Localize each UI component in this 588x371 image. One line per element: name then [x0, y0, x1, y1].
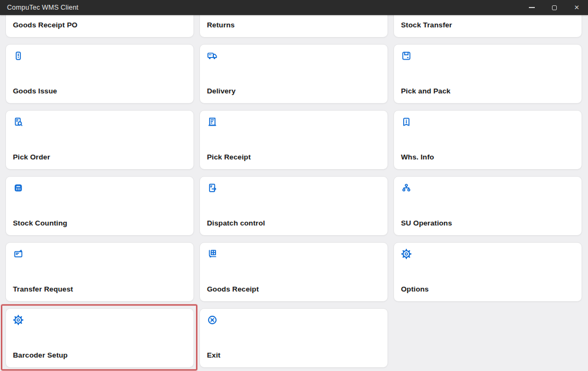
close-icon: ✕: [574, 4, 579, 11]
transfer-request-icon: [13, 249, 24, 259]
tile-label: Goods Receipt: [207, 285, 259, 293]
barcoder-setup-gear-icon: [13, 315, 24, 325]
tile-stock-counting[interactable]: Stock Counting: [5, 176, 194, 236]
tile-label: Goods Issue: [13, 87, 57, 95]
tile-su-operations[interactable]: SU Operations: [393, 176, 582, 236]
close-button[interactable]: ✕: [565, 0, 588, 15]
options-gear-icon: [401, 249, 412, 259]
tile-menu: Goods Receipt PO Returns Stock Transfer …: [0, 15, 588, 371]
titlebar: CompuTec WMS Client ✕: [0, 0, 588, 15]
tile-label: Pick and Pack: [401, 87, 450, 95]
tile-label: Delivery: [207, 87, 235, 95]
tile-options[interactable]: Options: [393, 242, 582, 302]
maximize-icon: [552, 5, 557, 10]
pick-and-pack-icon: [401, 50, 412, 61]
tile-label: Dispatch control: [207, 219, 265, 227]
dispatch-control-icon: [207, 183, 218, 193]
tile-barcoder-setup[interactable]: Barcoder Setup: [5, 308, 194, 368]
tile-label: Goods Receipt PO: [13, 21, 77, 29]
tile-label: Exit: [207, 351, 220, 359]
tile-goods-receipt[interactable]: Goods Receipt: [199, 242, 388, 302]
tile-label: Stock Transfer: [401, 21, 452, 29]
tile-pick-and-pack[interactable]: Pick and Pack: [393, 44, 582, 104]
tile-pick-receipt[interactable]: Pick Receipt: [199, 110, 388, 170]
tile-label: Returns: [207, 21, 235, 29]
goods-receipt-trolley-icon: [207, 249, 218, 259]
tile-label: Stock Counting: [13, 219, 67, 227]
window-title: CompuTec WMS Client: [0, 4, 78, 11]
window-controls: ✕: [520, 0, 588, 15]
whs-info-icon: [401, 117, 412, 127]
stock-counting-icon: [13, 183, 24, 193]
tile-label: Barcoder Setup: [13, 351, 68, 359]
tile-label: Pick Receipt: [207, 153, 251, 161]
maximize-button[interactable]: [543, 0, 565, 15]
exit-icon: [207, 315, 218, 325]
tile-label: Transfer Request: [13, 285, 73, 293]
pick-receipt-icon: [207, 117, 218, 127]
tile-label: Whs. Info: [401, 153, 434, 161]
tile-delivery[interactable]: Delivery: [199, 44, 388, 104]
tile-exit[interactable]: Exit: [199, 308, 388, 368]
tile-goods-receipt-po[interactable]: Goods Receipt PO: [5, 15, 194, 38]
minimize-icon: [529, 7, 535, 8]
tile-goods-issue[interactable]: Goods Issue: [5, 44, 194, 104]
goods-issue-icon: [13, 50, 24, 61]
pick-order-icon: [13, 117, 24, 127]
tile-transfer-request[interactable]: Transfer Request: [5, 242, 194, 302]
tile-label: Options: [401, 285, 429, 293]
tile-dispatch-control[interactable]: Dispatch control: [199, 176, 388, 236]
tile-grid: Goods Receipt PO Returns Stock Transfer …: [5, 15, 582, 368]
minimize-button[interactable]: [520, 0, 543, 15]
tile-stock-transfer[interactable]: Stock Transfer: [393, 15, 582, 38]
su-operations-icon: [401, 183, 412, 193]
tile-label: Pick Order: [13, 153, 50, 161]
delivery-truck-icon: [207, 50, 218, 61]
tile-label: SU Operations: [401, 219, 452, 227]
tile-returns[interactable]: Returns: [199, 15, 388, 38]
tile-whs-info[interactable]: Whs. Info: [393, 110, 582, 170]
tile-pick-order[interactable]: Pick Order: [5, 110, 194, 170]
